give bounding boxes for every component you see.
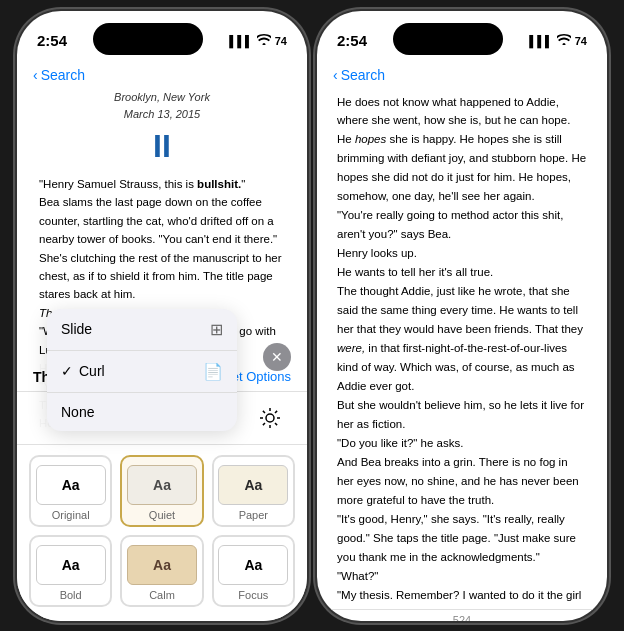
transition-none[interactable]: None (47, 393, 237, 431)
theme-paper-preview: Aa (218, 465, 288, 505)
transition-curl[interactable]: ✓ Curl 📄 (47, 351, 237, 393)
theme-calm-preview: Aa (127, 545, 197, 585)
theme-paper-text: Aa (244, 477, 262, 493)
left-back-label: Search (41, 67, 85, 83)
theme-focus-label: Focus (238, 589, 268, 601)
theme-bold-label: Bold (60, 589, 82, 601)
slide-label: Slide (61, 321, 92, 337)
svg-line-9 (263, 423, 265, 425)
phones-container: 2:54 ▌▌▌ 74 ‹ Search Brooklyn, New YorkM… (17, 11, 607, 621)
theme-paper-label: Paper (239, 509, 268, 521)
left-nav-bar: ‹ Search (17, 63, 307, 89)
right-battery-icon: 74 (575, 35, 587, 47)
chapter-numeral: II (39, 127, 285, 165)
close-icon: ✕ (271, 349, 283, 365)
left-time: 2:54 (37, 32, 67, 49)
theme-original[interactable]: Aa Original (29, 455, 112, 527)
theme-calm-text: Aa (153, 557, 171, 573)
svg-line-7 (263, 410, 265, 412)
left-status-bar: 2:54 ▌▌▌ 74 (17, 11, 307, 63)
theme-focus[interactable]: Aa Focus (212, 535, 295, 607)
right-dynamic-island (393, 23, 503, 55)
theme-bold-preview: Aa (36, 545, 106, 585)
svg-line-8 (275, 423, 277, 425)
chevron-left-icon: ‹ (33, 67, 38, 83)
theme-original-preview: Aa (36, 465, 106, 505)
signal-icon: ▌▌▌ (229, 35, 252, 47)
theme-calm-label: Calm (149, 589, 175, 601)
page-number: 524 (317, 610, 607, 621)
theme-focus-text: Aa (244, 557, 262, 573)
theme-focus-preview: Aa (218, 545, 288, 585)
left-dynamic-island (93, 23, 203, 55)
transition-slide[interactable]: Slide ⊞ (47, 309, 237, 351)
theme-quiet-preview: Aa (127, 465, 197, 505)
brightness-button[interactable] (252, 400, 288, 436)
curl-icon: 📄 (203, 362, 223, 381)
wifi-icon (257, 34, 271, 47)
none-label: None (61, 404, 94, 420)
right-back-button[interactable]: ‹ Search (333, 67, 385, 83)
right-time: 2:54 (337, 32, 367, 49)
left-phone: 2:54 ▌▌▌ 74 ‹ Search Brooklyn, New YorkM… (17, 11, 307, 621)
theme-bold[interactable]: Aa Bold (29, 535, 112, 607)
svg-line-10 (275, 410, 277, 412)
right-wifi-icon (557, 34, 571, 47)
right-status-icons: ▌▌▌ 74 (529, 34, 587, 47)
right-back-label: Search (341, 67, 385, 83)
curl-label: Curl (79, 363, 105, 379)
theme-quiet-text: Aa (153, 477, 171, 493)
brightness-icon (260, 408, 280, 428)
curl-check-icon: ✓ (61, 363, 73, 379)
right-book-content: He does not know what happened to Addie,… (317, 89, 607, 609)
chapter-header: Brooklyn, New YorkMarch 13, 2015 II (39, 89, 285, 165)
right-nav-bar: ‹ Search (317, 63, 607, 89)
themes-grid: Aa Original Aa Quiet Aa Paper (17, 445, 307, 621)
theme-original-text: Aa (62, 477, 80, 493)
slide-icon: ⊞ (210, 320, 223, 339)
right-phone: 2:54 ▌▌▌ 74 ‹ Search He does not know wh… (317, 11, 607, 621)
theme-quiet[interactable]: Aa Quiet (120, 455, 203, 527)
battery-icon: 74 (275, 35, 287, 47)
right-chevron-left-icon: ‹ (333, 67, 338, 83)
left-back-button[interactable]: ‹ Search (33, 67, 85, 83)
theme-paper[interactable]: Aa Paper (212, 455, 295, 527)
right-signal-icon: ▌▌▌ (529, 35, 552, 47)
svg-point-2 (266, 414, 274, 422)
chapter-location: Brooklyn, New YorkMarch 13, 2015 (39, 89, 285, 123)
close-button[interactable]: ✕ (263, 343, 291, 371)
transition-menu: Slide ⊞ ✓ Curl 📄 None (47, 309, 237, 431)
right-status-bar: 2:54 ▌▌▌ 74 (317, 11, 607, 63)
theme-quiet-label: Quiet (149, 509, 175, 521)
theme-bold-text: Aa (62, 557, 80, 573)
theme-calm[interactable]: Aa Calm (120, 535, 203, 607)
left-status-icons: ▌▌▌ 74 (229, 34, 287, 47)
theme-original-label: Original (52, 509, 90, 521)
